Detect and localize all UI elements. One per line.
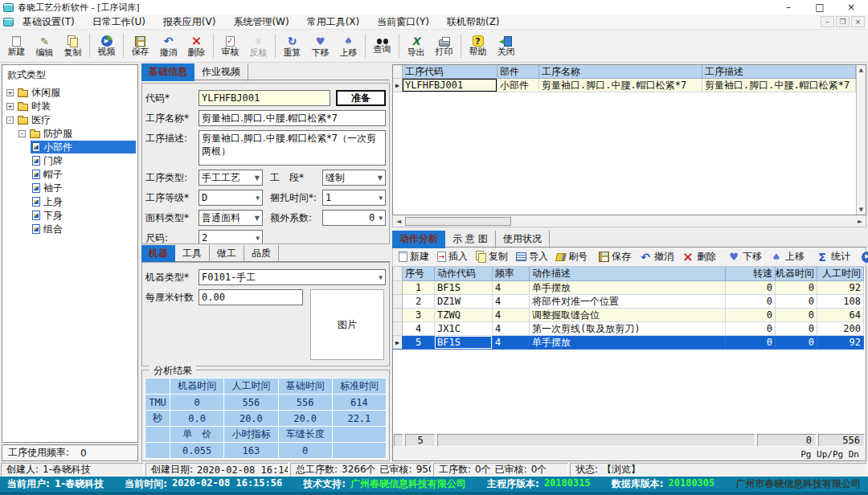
- scroll-left-icon[interactable]: ◄: [393, 218, 404, 225]
- column-header[interactable]: 转速: [726, 267, 776, 281]
- action-row[interactable]: 3TZWQ4调整握取缝合位0064: [393, 309, 866, 322]
- action-row[interactable]: ▶5BF1S4单手摆放0092: [393, 336, 866, 350]
- save-button[interactable]: 保存: [126, 31, 154, 61]
- fabric-type-select[interactable]: 普通面料▼: [199, 210, 263, 226]
- restore-button[interactable]: □: [806, 2, 833, 13]
- save-button[interactable]: 保存: [595, 250, 635, 264]
- tree-item-0[interactable]: +休闲服: [4, 86, 136, 99]
- tree-item-8[interactable]: 上身: [4, 195, 136, 208]
- tree-item-4[interactable]: 小部件: [4, 141, 136, 153]
- column-header[interactable]: 人工时间: [817, 267, 864, 281]
- hscroll-thumb[interactable]: [405, 217, 511, 226]
- tree-toggle-icon[interactable]: +: [6, 103, 14, 110]
- tree-item-10[interactable]: 组合: [4, 223, 136, 235]
- menu-item-4[interactable]: 常用工具(X): [298, 15, 369, 29]
- move-down-button[interactable]: ♥下移: [306, 31, 334, 61]
- process-desc-input[interactable]: 剪量袖口.脚口.中腰.帽口松紧*7（一次剪两根）: [199, 130, 386, 166]
- help-button[interactable]: ?帮助: [464, 31, 492, 61]
- child-restore-button[interactable]: ❐: [836, 16, 850, 27]
- menu-item-2[interactable]: 报表应用(V): [154, 15, 225, 29]
- insert-button[interactable]: →插入: [433, 250, 472, 264]
- menu-item-6[interactable]: 联机帮助(Z): [438, 15, 509, 29]
- segment-select[interactable]: 缝制▼: [322, 170, 386, 186]
- copy-button[interactable]: 复制: [472, 250, 512, 264]
- size-select[interactable]: 2▼: [199, 230, 263, 244]
- tree-item-7[interactable]: 袖子: [4, 182, 136, 194]
- detail-tab-0[interactable]: 基础信息: [141, 63, 194, 81]
- column-header[interactable]: 机器时间: [776, 267, 817, 281]
- code-input[interactable]: YLFHFBJ001: [199, 90, 330, 106]
- column-header[interactable]: 动作代码: [435, 267, 493, 281]
- machine-type-select[interactable]: F0101-手工▼: [199, 269, 386, 285]
- tree-item-2[interactable]: -医疗: [4, 113, 136, 126]
- move-up-button[interactable]: ♠上移: [766, 250, 809, 264]
- stats-button[interactable]: Σ统计: [812, 250, 854, 264]
- audit-button[interactable]: ✓审核: [216, 31, 244, 61]
- column-header[interactable]: 序号: [403, 267, 435, 281]
- tree-item-6[interactable]: 帽子: [4, 168, 136, 181]
- scroll-right-icon[interactable]: ►: [854, 218, 866, 225]
- delete-button[interactable]: ×删除: [678, 250, 720, 264]
- process-type-select[interactable]: 手工工艺▼: [199, 170, 263, 186]
- export-button[interactable]: X导出: [402, 31, 430, 61]
- column-header[interactable]: 频率: [493, 267, 530, 281]
- action-tab-2[interactable]: 使用状况: [496, 231, 550, 248]
- action-row[interactable]: 1BF1S4单手摆放0092: [393, 281, 866, 295]
- close-button[interactable]: 关闭: [492, 31, 520, 61]
- tree-toggle-icon[interactable]: +: [6, 89, 14, 96]
- table-row[interactable]: ▶YLFHFBJ001小部件剪量袖口.脚口.中腰.帽口松紧*7剪量袖口.脚口.中…: [393, 79, 856, 92]
- column-header[interactable]: 工序代码: [403, 65, 497, 79]
- edit-button[interactable]: ✎编辑: [31, 31, 59, 61]
- bundle-time-select[interactable]: 1▼: [322, 190, 386, 206]
- tree-item-5[interactable]: 门牌: [4, 154, 136, 167]
- action-row[interactable]: 4JX1C4第一次剪线(取及放剪刀)00200: [393, 322, 866, 336]
- machine-tab-3[interactable]: 品质: [244, 245, 279, 263]
- column-header[interactable]: 动作描述: [530, 267, 726, 281]
- tree-toggle-icon[interactable]: -: [18, 130, 26, 137]
- scroll-down-icon[interactable]: ▼: [859, 207, 863, 213]
- action-tab-0[interactable]: 动作分析: [392, 231, 445, 248]
- new-doc-button[interactable]: 新建: [395, 250, 433, 264]
- menu-item-3[interactable]: 系统管理(W): [224, 15, 297, 29]
- close-button[interactable]: ×: [837, 2, 865, 13]
- process-grade-select[interactable]: D▼: [199, 190, 263, 206]
- menu-item-5[interactable]: 当前窗口(Y): [368, 15, 438, 29]
- undo-button[interactable]: ↶撤消: [154, 31, 182, 61]
- undo-button[interactable]: ↶撤消: [635, 250, 678, 264]
- action-tab-1[interactable]: 示 意 图: [445, 231, 496, 248]
- child-close-button[interactable]: ×: [851, 16, 865, 27]
- extra-factor-select[interactable]: 0▼: [322, 210, 386, 226]
- machine-tab-1[interactable]: 工具: [175, 245, 210, 263]
- tree-toggle-icon[interactable]: -: [6, 117, 14, 124]
- child-minimize-button[interactable]: –: [821, 16, 834, 27]
- menu-item-0[interactable]: 基础设置(T): [14, 15, 84, 29]
- copy-button[interactable]: 复制: [59, 31, 87, 61]
- column-header[interactable]: 工序描述: [702, 65, 856, 79]
- machine-tab-0[interactable]: 机器: [141, 245, 175, 263]
- column-header[interactable]: 工序名称: [539, 65, 702, 79]
- print-button[interactable]: 打印: [430, 31, 458, 61]
- prepare-button[interactable]: 准备: [336, 90, 386, 106]
- scroll-up-icon[interactable]: ▲: [859, 67, 863, 73]
- new-doc-button[interactable]: 新建: [2, 31, 31, 61]
- process-table-hscrollbar[interactable]: ◄ ►: [392, 215, 866, 227]
- import-button[interactable]: 导入: [512, 250, 552, 264]
- video-button[interactable]: ▶: [858, 252, 868, 263]
- video-button[interactable]: ▶视频: [92, 31, 121, 61]
- column-header[interactable]: 部件: [497, 65, 539, 79]
- machine-tab-2[interactable]: 做工: [210, 245, 244, 263]
- detail-tab-1[interactable]: 作业视频: [194, 63, 248, 81]
- search-button[interactable]: 查询: [368, 31, 396, 61]
- tree-item-3[interactable]: -防护服: [4, 127, 136, 140]
- tree-item-1[interactable]: +时装: [4, 100, 136, 112]
- stitch-density-input[interactable]: 0.00: [199, 289, 303, 305]
- renumber-button[interactable]: 刷号: [552, 250, 592, 264]
- unaudit-button[interactable]: ✳反核: [244, 31, 272, 61]
- process-table-vscrollbar[interactable]: ▲▼: [856, 65, 866, 215]
- action-row[interactable]: 2DZ1W4将部件对准一个位置00108: [393, 295, 866, 309]
- move-up-button[interactable]: ♠上移: [334, 31, 362, 61]
- menu-item-1[interactable]: 日常工作(U): [84, 15, 154, 29]
- minimize-button[interactable]: –: [775, 2, 802, 13]
- tree-item-9[interactable]: 下身: [4, 209, 136, 222]
- recalc-button[interactable]: ↻重算: [278, 31, 306, 61]
